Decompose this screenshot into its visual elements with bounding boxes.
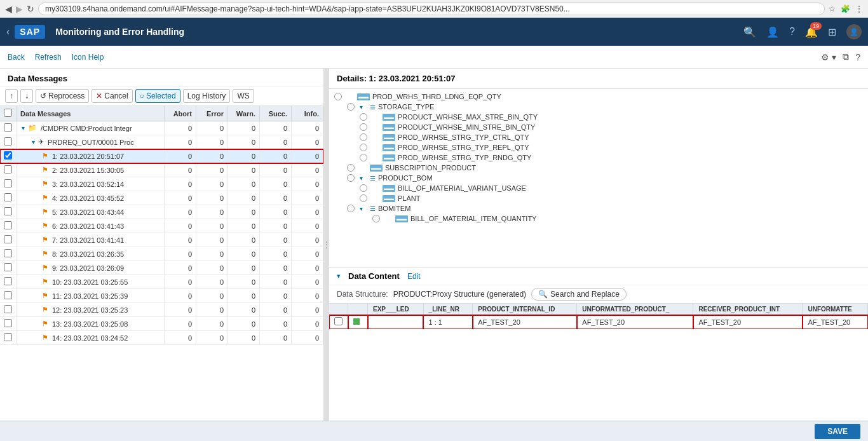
tree-node[interactable]: ▬▬BILL_OF_MATERIAL_ITEM_QUANTITY bbox=[329, 214, 868, 224]
icon-help-button[interactable]: Icon Help bbox=[72, 53, 104, 62]
grid-apps-icon[interactable]: ⊞ bbox=[828, 26, 836, 38]
data-content-expand-icon[interactable]: ▾ bbox=[337, 272, 341, 280]
tree-radio[interactable] bbox=[347, 174, 355, 182]
reprocess-button[interactable]: ↺ Reprocess bbox=[36, 89, 89, 103]
row-checkbox[interactable] bbox=[4, 137, 12, 146]
tree-node[interactable]: ▬▬PROD_WRHSE_STRG_TYP_REPL_QTY bbox=[329, 142, 868, 153]
tree-node[interactable]: ▬▬PROD_WRHSE_STRG_TYP_RNDG_QTY bbox=[329, 153, 868, 163]
row-name-cell: ⚑3: 23.03.2021 03:52:14 bbox=[17, 177, 165, 191]
tree-radio[interactable] bbox=[360, 113, 367, 121]
row-checkbox[interactable] bbox=[4, 235, 12, 243]
row-checkbox[interactable] bbox=[4, 319, 12, 327]
tree-radio[interactable] bbox=[360, 144, 367, 151]
row-checkbox[interactable] bbox=[4, 151, 12, 159]
back-button[interactable]: Back bbox=[8, 53, 25, 62]
tree-radio[interactable] bbox=[347, 164, 355, 172]
selected-button[interactable]: ○ Selected bbox=[135, 89, 180, 103]
table-row: ▾✈PRDREQ_OUT/00001 Proc00000 bbox=[0, 135, 323, 149]
select-all-checkbox[interactable] bbox=[4, 109, 12, 117]
tree-radio[interactable] bbox=[360, 123, 367, 131]
tree-radio[interactable] bbox=[360, 194, 367, 202]
user-avatar[interactable]: 👤 bbox=[846, 24, 862, 39]
row-name-text: PRDREQ_OUT/00001 Proc bbox=[48, 139, 134, 146]
row-checkbox[interactable] bbox=[4, 179, 12, 187]
search-icon[interactable]: 🔍 bbox=[743, 26, 756, 38]
app-title: Monitoring and Error Handling bbox=[55, 27, 184, 37]
row-check-cell bbox=[0, 275, 17, 289]
search-replace-button[interactable]: 🔍 Search and Replace bbox=[531, 288, 627, 301]
row-checkbox[interactable] bbox=[4, 263, 12, 271]
row-name-cell: ⚑12: 23.03.2021 03:25:23 bbox=[17, 303, 165, 317]
table-row: ⚑2: 23.03.2021 15:30:0500000 bbox=[0, 163, 323, 177]
tree-node[interactable]: ▬▬BILL_OF_MATERIAL_VARIANT_USAGE bbox=[329, 183, 868, 193]
browser-forward[interactable]: ▶ bbox=[16, 4, 23, 14]
tree-node[interactable]: ▬▬PROD_WRHSE_STRG_TYP_CTRL_QTY bbox=[329, 132, 868, 142]
tree-node[interactable]: ▬▬PRODUCT_WRHSE_MAX_STRE_BIN_QTY bbox=[329, 112, 868, 122]
tree-radio[interactable] bbox=[334, 93, 342, 100]
upload-button[interactable]: ↑ bbox=[5, 89, 18, 103]
list-icon: ☰ bbox=[370, 104, 376, 111]
settings-button[interactable]: ⚙ ▾ bbox=[821, 51, 836, 62]
row-checkbox[interactable] bbox=[4, 193, 12, 201]
browser-back[interactable]: ◀ bbox=[5, 4, 12, 14]
flag-icon: ⚑ bbox=[42, 194, 48, 202]
tree-node[interactable]: ▾☰ BOMITEM bbox=[329, 203, 868, 214]
save-button[interactable]: SAVE bbox=[815, 424, 860, 439]
tree-node[interactable]: ▬▬PROD_WRHS_THRD_LDNG_EQP_QTY bbox=[329, 92, 868, 102]
row-error: 0 bbox=[196, 149, 228, 163]
row-error: 0 bbox=[196, 163, 228, 177]
notification-bell-icon[interactable]: 🔔 19 bbox=[805, 26, 818, 38]
tree-radio[interactable] bbox=[347, 205, 355, 212]
profile-icon[interactable]: 👤 bbox=[766, 26, 779, 38]
edit-link[interactable]: Edit bbox=[407, 272, 421, 281]
tree-radio[interactable] bbox=[360, 133, 367, 141]
help-button[interactable]: ? bbox=[855, 51, 860, 62]
row-abort: 0 bbox=[165, 331, 196, 345]
window-button[interactable]: ⧉ bbox=[843, 51, 849, 62]
tree-radio[interactable] bbox=[372, 215, 380, 222]
dg-row-check[interactable] bbox=[329, 315, 348, 329]
folder-icon: 📁 bbox=[28, 124, 37, 132]
row-checkbox[interactable] bbox=[334, 317, 342, 325]
browser-refresh[interactable]: ↻ bbox=[27, 4, 34, 14]
log-history-button[interactable]: Log History bbox=[183, 89, 231, 103]
tree-expand-icon[interactable]: ▾ bbox=[22, 125, 25, 132]
more-icon[interactable]: ⋮ bbox=[855, 4, 863, 13]
cancel-button[interactable]: ✕ Cancel bbox=[92, 89, 132, 103]
row-succ: 0 bbox=[260, 289, 292, 303]
refresh-button[interactable]: Refresh bbox=[35, 53, 62, 62]
left-toolbar: ↑ ↓ ↺ Reprocess ✕ Cancel ○ Selected Log … bbox=[0, 86, 323, 106]
tree-node[interactable]: ▾☰ PRODUCT_BOM bbox=[329, 173, 868, 183]
nav-back-button[interactable]: ‹ bbox=[6, 26, 10, 37]
tree-node[interactable]: ▬▬SUBSCRIPTION_PRODUCT bbox=[329, 163, 868, 173]
tree-expand-icon[interactable]: ▾ bbox=[360, 205, 367, 212]
tree-radio[interactable] bbox=[347, 103, 355, 111]
ws-button[interactable]: WS bbox=[233, 89, 254, 103]
tree-expand-icon[interactable]: ▾ bbox=[360, 104, 367, 111]
row-checkbox[interactable] bbox=[4, 333, 12, 341]
row-info: 0 bbox=[292, 149, 323, 163]
help-icon[interactable]: ? bbox=[789, 26, 795, 37]
download-button[interactable]: ↓ bbox=[20, 89, 33, 103]
notification-count: 19 bbox=[810, 22, 822, 30]
row-checkbox[interactable] bbox=[4, 305, 12, 313]
table-row: ⚑1: 23.03.2021 20:51:0700000 bbox=[0, 149, 323, 163]
tree-node[interactable]: ▬▬PRODUCT_WRHSE_MIN_STRE_BIN_QTY bbox=[329, 122, 868, 132]
row-checkbox[interactable] bbox=[4, 249, 12, 257]
row-checkbox[interactable] bbox=[4, 207, 12, 215]
row-checkbox[interactable] bbox=[4, 123, 12, 132]
tree-node[interactable]: ▾☰ STORAGE_TYPE bbox=[329, 102, 868, 112]
row-checkbox[interactable] bbox=[4, 291, 12, 299]
row-checkbox[interactable] bbox=[4, 277, 12, 285]
tree-radio[interactable] bbox=[360, 154, 367, 161]
data-messages-title: Data Messages bbox=[0, 69, 323, 86]
tree-node[interactable]: ▬▬PLANT bbox=[329, 193, 868, 203]
tree-expand-icon[interactable]: ▾ bbox=[32, 139, 35, 146]
row-checkbox[interactable] bbox=[4, 165, 12, 173]
star-icon[interactable]: ☆ bbox=[829, 4, 836, 13]
row-checkbox[interactable] bbox=[4, 221, 12, 229]
tree-radio[interactable] bbox=[360, 184, 367, 192]
ext-icon[interactable]: 🧩 bbox=[841, 4, 850, 13]
panel-divider[interactable]: ⋮ bbox=[324, 69, 329, 421]
tree-expand-icon[interactable]: ▾ bbox=[360, 175, 367, 182]
